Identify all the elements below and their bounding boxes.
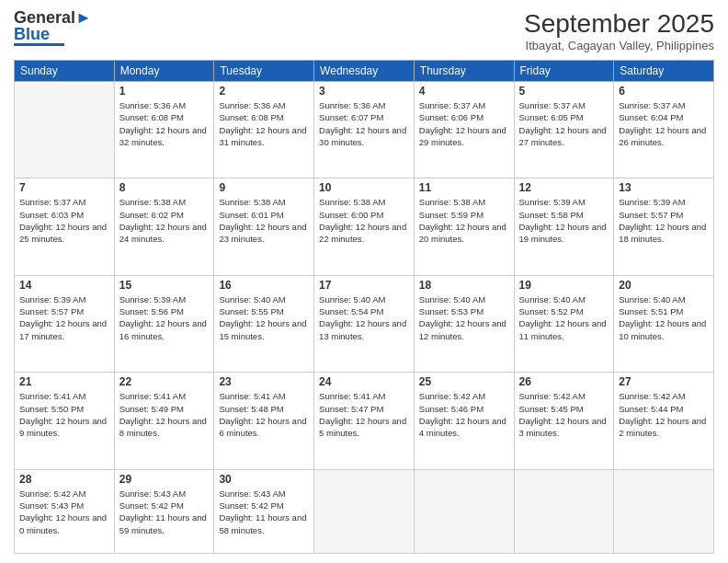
day-info: Sunrise: 5:40 AMSunset: 5:55 PMDaylight:… [219, 293, 309, 342]
calendar-cell [614, 469, 714, 553]
calendar-cell: 19Sunrise: 5:40 AMSunset: 5:52 PMDayligh… [514, 275, 614, 372]
day-number: 20 [619, 279, 709, 292]
day-info: Sunrise: 5:42 AMSunset: 5:46 PMDaylight:… [419, 390, 509, 439]
day-info: Sunrise: 5:43 AMSunset: 5:42 PMDaylight:… [219, 488, 309, 536]
calendar-cell: 3Sunrise: 5:36 AMSunset: 6:07 PMDaylight… [314, 82, 415, 178]
calendar-cell [414, 469, 514, 553]
day-number: 5 [519, 85, 609, 98]
calendar-cell: 9Sunrise: 5:38 AMSunset: 6:01 PMDaylight… [214, 178, 314, 275]
day-info: Sunrise: 5:42 AMSunset: 5:44 PMDaylight:… [619, 390, 709, 439]
day-info: Sunrise: 5:41 AMSunset: 5:49 PMDaylight:… [119, 390, 210, 439]
day-number: 4 [419, 85, 509, 98]
day-number: 23 [219, 375, 309, 388]
day-info: Sunrise: 5:42 AMSunset: 5:43 PMDaylight:… [19, 488, 109, 536]
calendar-cell: 14Sunrise: 5:39 AMSunset: 5:57 PMDayligh… [15, 275, 115, 372]
day-info: Sunrise: 5:40 AMSunset: 5:53 PMDaylight:… [419, 293, 509, 342]
day-info: Sunrise: 5:39 AMSunset: 5:56 PMDaylight:… [119, 293, 210, 342]
day-info: Sunrise: 5:41 AMSunset: 5:50 PMDaylight:… [19, 390, 109, 439]
col-monday: Monday [114, 61, 214, 82]
location: Itbayat, Cagayan Valley, Philippines [524, 39, 714, 52]
day-info: Sunrise: 5:37 AMSunset: 6:06 PMDaylight:… [419, 99, 509, 148]
day-number: 29 [119, 473, 210, 486]
day-info: Sunrise: 5:42 AMSunset: 5:45 PMDaylight:… [519, 390, 609, 439]
day-info: Sunrise: 5:41 AMSunset: 5:47 PMDaylight:… [319, 390, 409, 439]
day-number: 24 [319, 375, 409, 388]
logo: General► Blue [14, 9, 92, 46]
day-number: 18 [419, 279, 509, 292]
calendar-cell: 20Sunrise: 5:40 AMSunset: 5:51 PMDayligh… [614, 275, 714, 372]
day-number: 22 [119, 375, 210, 388]
calendar-cell: 6Sunrise: 5:37 AMSunset: 6:04 PMDaylight… [614, 82, 714, 178]
day-number: 7 [19, 181, 109, 194]
day-number: 1 [119, 85, 210, 98]
day-info: Sunrise: 5:37 AMSunset: 6:05 PMDaylight:… [519, 99, 609, 148]
calendar-cell: 15Sunrise: 5:39 AMSunset: 5:56 PMDayligh… [114, 275, 214, 372]
day-info: Sunrise: 5:40 AMSunset: 5:54 PMDaylight:… [319, 293, 409, 342]
day-info: Sunrise: 5:37 AMSunset: 6:04 PMDaylight:… [619, 99, 709, 148]
logo-blue-text: Blue [14, 26, 50, 42]
calendar-cell: 24Sunrise: 5:41 AMSunset: 5:47 PMDayligh… [314, 373, 415, 469]
calendar-cell: 22Sunrise: 5:41 AMSunset: 5:49 PMDayligh… [114, 373, 214, 469]
day-number: 6 [619, 85, 709, 98]
col-wednesday: Wednesday [314, 61, 415, 82]
calendar-cell [314, 469, 415, 553]
logo-underline [14, 43, 64, 46]
calendar-cell: 26Sunrise: 5:42 AMSunset: 5:45 PMDayligh… [514, 373, 614, 469]
day-number: 21 [19, 375, 109, 388]
calendar-cell: 10Sunrise: 5:38 AMSunset: 6:00 PMDayligh… [314, 178, 415, 275]
day-number: 11 [419, 181, 509, 194]
day-number: 2 [219, 85, 309, 98]
col-friday: Friday [514, 61, 614, 82]
calendar-cell: 16Sunrise: 5:40 AMSunset: 5:55 PMDayligh… [214, 275, 314, 372]
calendar-cell: 11Sunrise: 5:38 AMSunset: 5:59 PMDayligh… [414, 178, 514, 275]
logo-text: General► [14, 9, 92, 26]
day-number: 9 [219, 181, 309, 194]
day-number: 16 [219, 279, 309, 292]
calendar-cell [15, 82, 115, 178]
calendar-cell: 28Sunrise: 5:42 AMSunset: 5:43 PMDayligh… [15, 469, 115, 553]
calendar-cell: 29Sunrise: 5:43 AMSunset: 5:42 PMDayligh… [114, 469, 214, 553]
day-info: Sunrise: 5:38 AMSunset: 6:02 PMDaylight:… [119, 196, 210, 245]
calendar-cell: 25Sunrise: 5:42 AMSunset: 5:46 PMDayligh… [414, 373, 514, 469]
calendar-cell: 21Sunrise: 5:41 AMSunset: 5:50 PMDayligh… [15, 373, 115, 469]
day-info: Sunrise: 5:43 AMSunset: 5:42 PMDaylight:… [119, 488, 210, 536]
header: General► Blue September 2025 Itbayat, Ca… [14, 9, 714, 52]
calendar-cell: 27Sunrise: 5:42 AMSunset: 5:44 PMDayligh… [614, 373, 714, 469]
logo-blue: ► [75, 8, 92, 27]
day-info: Sunrise: 5:37 AMSunset: 6:03 PMDaylight:… [19, 196, 109, 245]
day-number: 15 [119, 279, 210, 292]
col-sunday: Sunday [15, 61, 115, 82]
day-info: Sunrise: 5:39 AMSunset: 5:57 PMDaylight:… [619, 196, 709, 245]
day-number: 13 [619, 181, 709, 194]
calendar-cell: 30Sunrise: 5:43 AMSunset: 5:42 PMDayligh… [214, 469, 314, 553]
month-title: September 2025 [524, 9, 714, 39]
logo-general: General [14, 8, 75, 27]
calendar-cell: 13Sunrise: 5:39 AMSunset: 5:57 PMDayligh… [614, 178, 714, 275]
day-info: Sunrise: 5:38 AMSunset: 5:59 PMDaylight:… [419, 196, 509, 245]
day-number: 26 [519, 375, 609, 388]
calendar-cell: 18Sunrise: 5:40 AMSunset: 5:53 PMDayligh… [414, 275, 514, 372]
calendar-cell: 8Sunrise: 5:38 AMSunset: 6:02 PMDaylight… [114, 178, 214, 275]
day-number: 3 [319, 85, 409, 98]
day-number: 17 [319, 279, 409, 292]
calendar-cell: 12Sunrise: 5:39 AMSunset: 5:58 PMDayligh… [514, 178, 614, 275]
day-info: Sunrise: 5:36 AMSunset: 6:08 PMDaylight:… [219, 99, 309, 148]
day-info: Sunrise: 5:40 AMSunset: 5:52 PMDaylight:… [519, 293, 609, 342]
day-number: 25 [419, 375, 509, 388]
col-saturday: Saturday [614, 61, 714, 82]
day-info: Sunrise: 5:41 AMSunset: 5:48 PMDaylight:… [219, 390, 309, 439]
day-number: 12 [519, 181, 609, 194]
day-number: 14 [19, 279, 109, 292]
title-section: September 2025 Itbayat, Cagayan Valley, … [524, 9, 714, 52]
calendar-cell: 23Sunrise: 5:41 AMSunset: 5:48 PMDayligh… [214, 373, 314, 469]
calendar: Sunday Monday Tuesday Wednesday Thursday… [14, 60, 714, 554]
calendar-cell [514, 469, 614, 553]
day-info: Sunrise: 5:39 AMSunset: 5:58 PMDaylight:… [519, 196, 609, 245]
day-number: 28 [19, 473, 109, 486]
day-number: 10 [319, 181, 409, 194]
day-info: Sunrise: 5:38 AMSunset: 6:00 PMDaylight:… [319, 196, 409, 245]
day-number: 8 [119, 181, 210, 194]
day-info: Sunrise: 5:38 AMSunset: 6:01 PMDaylight:… [219, 196, 309, 245]
calendar-cell: 7Sunrise: 5:37 AMSunset: 6:03 PMDaylight… [15, 178, 115, 275]
day-info: Sunrise: 5:36 AMSunset: 6:07 PMDaylight:… [319, 99, 409, 148]
